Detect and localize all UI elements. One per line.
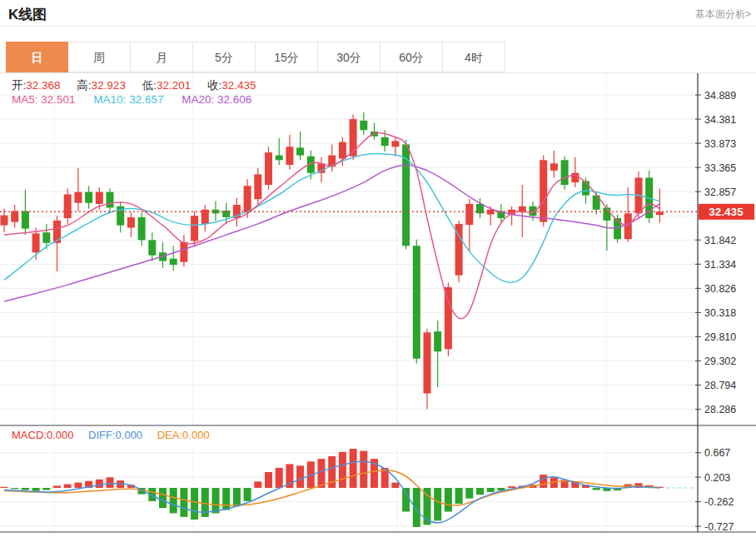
y-tick-label: 34.889 <box>704 90 736 102</box>
tabbar-bottom-border <box>0 72 756 73</box>
macd-bar-up <box>645 485 653 488</box>
candle-down <box>276 156 283 161</box>
y-tick-label: 32.857 <box>704 186 736 198</box>
ma-readout: MA5: 32.501 MA10: 32.657 MA20: 32.606 <box>12 93 266 106</box>
candle-up <box>635 177 643 213</box>
macd-readout: MACD:0.000 DIFF:0.000 DEA:0.000 <box>12 429 221 441</box>
macd-bar-down <box>603 488 610 491</box>
macd-bar-up <box>286 464 293 488</box>
macd-bar-up <box>519 485 526 488</box>
candle-down <box>22 211 29 228</box>
diff-line <box>4 461 659 523</box>
macd-bar-up <box>530 485 537 488</box>
candle-down <box>222 211 230 217</box>
macd-bar-up <box>74 483 82 488</box>
candle-up <box>53 221 61 243</box>
diff-label: DIFF: <box>88 429 116 441</box>
macd-bar-up <box>127 485 135 488</box>
macd-bar-down <box>212 488 220 513</box>
fundamental-analysis-link[interactable]: 基本面分析> <box>695 7 751 22</box>
candle-up <box>571 173 579 182</box>
macd-bar-up <box>571 481 579 488</box>
candle-up <box>391 141 399 147</box>
candle-down <box>170 259 177 265</box>
macd-bar-up <box>624 485 632 488</box>
macd-bar-up <box>540 475 547 488</box>
candle-up <box>127 217 135 228</box>
candle-down <box>413 246 420 359</box>
candle-up <box>540 160 547 221</box>
ma20-line <box>4 165 659 301</box>
tab-week[interactable]: 周 <box>68 42 131 72</box>
macd-bar-down <box>222 488 230 510</box>
macd-bar-down <box>593 488 600 490</box>
y-tick-label: 28.286 <box>704 404 736 415</box>
tab-day[interactable]: 日 <box>6 42 68 72</box>
candle-up <box>74 192 82 203</box>
macd-bar-down <box>455 488 463 504</box>
ma20-value: 32.606 <box>217 93 251 106</box>
macd-value: 0.000 <box>47 429 74 441</box>
tab-30min[interactable]: 30分 <box>318 42 380 72</box>
y-tick-label: 34.381 <box>704 114 736 126</box>
macd-bar-up <box>64 485 72 488</box>
open-value: 32.368 <box>26 79 60 92</box>
macd-bar-down <box>138 488 146 495</box>
macd-bar-up <box>1 487 8 488</box>
candle-down <box>645 177 653 218</box>
ohlc-readout: 开:32.368 高:32.923 低:32.201 收:32.435 <box>12 78 270 93</box>
macd-tick-label: 0.667 <box>704 447 730 459</box>
candle-down <box>402 144 410 246</box>
candle-up <box>465 204 473 225</box>
tab-4hour[interactable]: 4时 <box>443 42 505 72</box>
candle-up <box>519 206 526 212</box>
candle-down <box>107 192 114 208</box>
diff-value: 0.000 <box>116 429 143 441</box>
candle-down <box>497 211 505 218</box>
candle-up <box>350 119 357 157</box>
macd-bar-up <box>328 456 336 488</box>
y-tick-label: 33.365 <box>704 162 736 174</box>
candle-up <box>244 186 251 212</box>
tab-15min[interactable]: 15分 <box>256 42 318 72</box>
macd-bar-up <box>508 486 515 488</box>
macd-bar-down <box>445 488 452 512</box>
macd-bar-up <box>635 483 643 488</box>
macd-bar-up <box>265 472 272 488</box>
page-title: K线图 <box>8 5 47 24</box>
y-tick-label: 30.826 <box>704 283 736 295</box>
y-tick-label: 28.794 <box>704 380 736 391</box>
ma10-value: 32.657 <box>129 93 163 106</box>
tab-5min[interactable]: 5分 <box>193 42 256 72</box>
candle-down <box>603 207 610 220</box>
macd-bar-down <box>413 488 420 527</box>
candle-down <box>117 206 124 226</box>
y-tick-label: 29.302 <box>704 356 736 367</box>
y-tick-label: 30.318 <box>704 307 736 319</box>
macd-bar-down <box>22 488 29 490</box>
macd-bar-down <box>497 488 505 490</box>
candle-down <box>561 160 569 185</box>
candle-up <box>233 205 241 218</box>
ma5-label: MA5: <box>12 93 38 106</box>
y-tick-label: 33.873 <box>704 138 736 150</box>
candle-down <box>593 196 600 210</box>
y-tick-label: 31.842 <box>704 235 736 246</box>
ma10-line <box>4 154 659 283</box>
macd-bar-down <box>180 488 187 517</box>
macd-bar-up <box>656 487 664 488</box>
macd-bar-down <box>159 488 167 508</box>
open-label: 开: <box>12 79 26 92</box>
candle-down <box>85 192 92 203</box>
dea-value: 0.000 <box>182 429 210 441</box>
macd-bar-up <box>339 452 346 488</box>
macd-bar-up <box>391 483 399 488</box>
macd-bar-down <box>487 488 495 492</box>
candle-up <box>550 163 558 171</box>
candle-up <box>656 211 664 215</box>
tab-month[interactable]: 月 <box>131 42 193 72</box>
current-price-badge <box>699 204 754 220</box>
macd-tick-label: 0.203 <box>704 472 730 484</box>
tab-60min[interactable]: 60分 <box>380 42 443 72</box>
candle-up <box>191 216 198 241</box>
